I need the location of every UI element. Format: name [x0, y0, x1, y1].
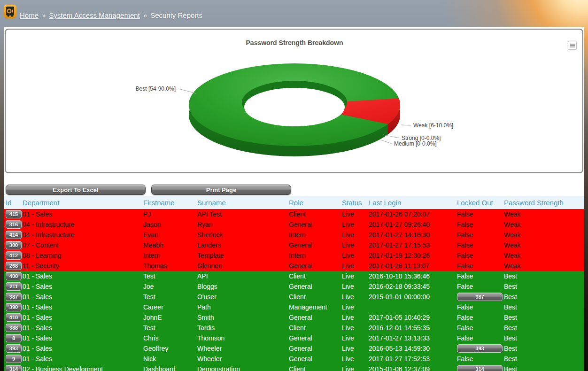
row-id-button[interactable]: 414: [6, 231, 22, 239]
safe-icon: [4, 5, 16, 18]
table-row: 38701 - SalesTestO'userClientLive2015-01…: [4, 292, 584, 302]
leader-line-strong: [383, 135, 399, 138]
cell-status: Live: [342, 252, 369, 259]
cell-surname: API: [197, 272, 289, 280]
cell-surname: Wheeler: [197, 355, 289, 363]
top-navigation-bar: Home»System Access Management»Security R…: [0, 0, 588, 27]
row-id-button[interactable]: 388: [6, 324, 22, 332]
cell-firstname: Evan: [143, 231, 197, 239]
password-strength-donut-chart: Password Strength Breakdown Best [54-90.…: [6, 30, 582, 172]
cell-password-strength: Weak: [504, 210, 584, 218]
cell-firstname: Dashboard: [143, 365, 197, 371]
cell-locked-out: False: [457, 231, 504, 239]
chart-label-weak: Weak [6-10.0%]: [413, 122, 453, 129]
cell-id: 211: [4, 282, 23, 291]
cell-locked-out: False: [457, 303, 504, 311]
cell-password-strength: Best: [504, 283, 584, 290]
column-header-department: Department: [23, 199, 143, 207]
cell-department: 01 - Sales: [23, 293, 143, 301]
row-id-button[interactable]: 268: [6, 262, 22, 270]
chart-title: Password Strength Breakdown: [246, 39, 343, 46]
breadcrumb-system-access-management-link[interactable]: System Access Management: [49, 11, 139, 19]
cell-locked-out: False: [457, 355, 504, 363]
row-id-button[interactable]: 316: [6, 220, 22, 229]
cell-role: Management: [289, 303, 342, 311]
cell-role: Intern: [289, 252, 342, 259]
table-row: 31402 - Business DevelopmentDashboardDem…: [4, 364, 584, 371]
row-id-button[interactable]: 211: [6, 282, 22, 291]
table-row: 26811 - SecurityThomasGlennonGeneralLive…: [4, 261, 584, 271]
cell-firstname: Nick: [143, 355, 197, 363]
row-id-button[interactable]: 410: [6, 313, 22, 322]
cell-firstname: Test: [143, 272, 197, 280]
cell-id: 388: [4, 324, 23, 332]
cell-id: 314: [4, 365, 23, 371]
cell-status: Live: [342, 241, 369, 249]
chart-label-medium: Medium [0-0.0%]: [394, 140, 437, 147]
table-row: 39001 - SalesCareerPathManagementLiveFal…: [4, 302, 584, 312]
row-id-button[interactable]: 412: [6, 251, 22, 260]
cell-role: General: [289, 334, 342, 342]
cell-last-login: 2017-01-27 17:15:53: [369, 241, 457, 249]
cell-locked-out: 314: [457, 365, 504, 371]
cell-password-strength: Best: [504, 272, 584, 280]
cell-role: Client: [289, 324, 342, 332]
toolbar: Export To Excel Print Page: [4, 185, 584, 195]
table-body: 41501 - SalesPJAPI TestClientLive2017-01…: [4, 209, 584, 371]
cell-password-strength: Weak: [504, 262, 584, 270]
cell-locked-out: False: [457, 210, 504, 218]
row-id-button[interactable]: 8: [6, 334, 22, 342]
table-row: 40001 - SalesTestAPIClientLive2016-10-10…: [4, 271, 584, 281]
breadcrumb: Home»System Access Management»Security R…: [20, 11, 202, 19]
cell-department: 01 - Sales: [23, 314, 143, 321]
print-page-button[interactable]: Print Page: [151, 185, 291, 195]
row-id-button[interactable]: 400: [6, 272, 22, 280]
row-id-button[interactable]: 300: [6, 241, 22, 249]
chart-export-menu-button[interactable]: [568, 41, 577, 50]
cell-surname: API Test: [197, 210, 289, 218]
row-id-button[interactable]: 9: [6, 355, 22, 363]
security-report-table: Id Department Firstname Surname Role Sta…: [4, 196, 584, 371]
cell-password-strength: Best: [504, 355, 584, 363]
row-id-button[interactable]: 390: [6, 303, 22, 311]
cell-status: Live: [342, 272, 369, 280]
chart-panel: Password Strength Breakdown Best [54-90.…: [5, 29, 583, 173]
breadcrumb-separator: »: [143, 11, 147, 19]
row-id-button[interactable]: 387: [6, 293, 22, 301]
cell-status: Live: [342, 365, 369, 371]
cell-password-strength: Best: [504, 293, 584, 301]
cell-id: 387: [4, 293, 23, 301]
cell-department: 01 - Sales: [23, 303, 143, 311]
cell-firstname: Joe: [143, 283, 197, 290]
cell-status: Live: [342, 324, 369, 332]
cell-locked-out: False: [457, 252, 504, 259]
column-header-firstname: Firstname: [143, 199, 197, 207]
row-id-button[interactable]: 314: [6, 365, 22, 371]
table-row: 41208 - LearningInternTemplateInternLive…: [4, 250, 584, 261]
breadcrumb-home-link[interactable]: Home: [20, 11, 39, 19]
cell-firstname: Test: [143, 293, 197, 301]
cell-role: General: [289, 314, 342, 321]
row-id-button[interactable]: 415: [6, 210, 22, 218]
cell-firstname: Meabh: [143, 241, 197, 249]
cell-locked-out: False: [457, 221, 504, 228]
unlock-user-button[interactable]: 393: [457, 344, 503, 353]
export-to-excel-button[interactable]: Export To Excel: [6, 185, 146, 195]
cell-department: 01 - Sales: [23, 355, 143, 363]
cell-firstname: JohnE: [143, 314, 197, 321]
cell-id: 400: [4, 272, 23, 280]
column-header-surname: Surname: [197, 199, 289, 207]
cell-last-login: 2017-01-19 12:30:26: [369, 252, 457, 259]
row-id-button[interactable]: 393: [6, 344, 22, 353]
cell-last-login: 2017-01-05 10:40:29: [369, 314, 457, 321]
unlock-user-button[interactable]: 314: [457, 365, 503, 371]
unlock-user-button[interactable]: 387: [457, 293, 503, 301]
cell-surname: Thomson: [197, 334, 289, 342]
app-logo[interactable]: [4, 5, 16, 18]
cell-locked-out: False: [457, 314, 504, 321]
cell-role: General: [289, 221, 342, 228]
cell-department: 01 - Sales: [23, 283, 143, 290]
cell-role: General: [289, 241, 342, 249]
cell-last-login: 2017-01-27 09:26:40: [369, 221, 457, 228]
cell-password-strength: Weak: [504, 241, 584, 249]
